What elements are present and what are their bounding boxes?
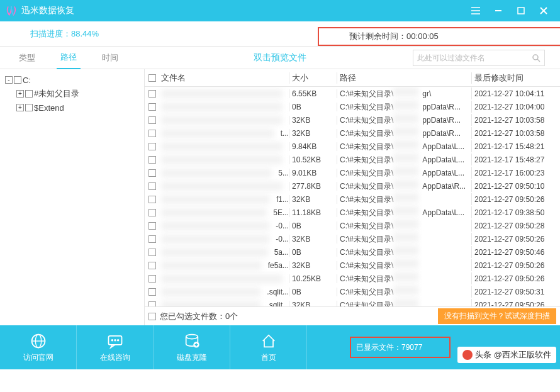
collapse-icon[interactable]: - xyxy=(5,76,13,84)
table-row[interactable]: .sqlit...0BC:\#未知父目录\2021-12-27 09:50:31 xyxy=(145,285,560,298)
table-row[interactable]: t...32KBC:\#未知父目录\ppData\R...2021-12-27 … xyxy=(145,126,560,140)
file-time: 2021-12-27 09:50:46 xyxy=(472,248,560,257)
tree-checkbox[interactable] xyxy=(25,104,33,111)
row-checkbox[interactable] xyxy=(148,288,156,296)
watermark-logo-icon xyxy=(462,350,473,360)
file-path: C:\#未知父目录\ppData\R... xyxy=(337,101,472,113)
table-row[interactable]: 277.8KBC:\#未知父目录\AppData\R...2021-12-27 … xyxy=(145,179,560,193)
row-checkbox[interactable] xyxy=(148,156,156,164)
row-checkbox[interactable] xyxy=(148,182,156,190)
tab-path[interactable]: 路径 xyxy=(57,47,81,69)
search-box[interactable] xyxy=(413,50,545,66)
file-time: 2021-12-27 09:50:26 xyxy=(472,301,560,307)
file-size: 32KB xyxy=(289,116,337,125)
row-checkbox[interactable] xyxy=(148,116,156,124)
row-checkbox[interactable] xyxy=(148,275,156,283)
filename-tail: -0... xyxy=(276,221,289,230)
filename-blurred xyxy=(161,248,268,257)
table-row[interactable]: 0BC:\#未知父目录\ppData\R...2021-12-27 10:04:… xyxy=(145,100,560,113)
deep-scan-button[interactable]: 没有扫描到文件？试试深度扫描 xyxy=(438,308,556,324)
table-row[interactable]: .sqlit...32KBC:\#未知父目录\2021-12-27 09:50:… xyxy=(145,298,560,306)
table-row[interactable]: 6.55KBC:\#未知父目录\gr\2021-12-27 10:04:11 xyxy=(145,87,560,100)
col-time[interactable]: 最后修改时间 xyxy=(472,72,560,84)
online-chat-button[interactable]: 在线咨询 xyxy=(77,325,154,369)
svg-point-17 xyxy=(114,339,115,340)
file-path: C:\#未知父目录\AppData\L... xyxy=(337,140,472,152)
filename-blurred xyxy=(161,129,274,138)
row-checkbox[interactable] xyxy=(148,169,156,177)
expand-icon[interactable]: + xyxy=(16,104,24,111)
tree-checkbox[interactable] xyxy=(14,76,21,84)
menu-icon[interactable] xyxy=(464,0,487,21)
row-checkbox[interactable] xyxy=(148,103,156,111)
minimize-button[interactable] xyxy=(487,0,510,21)
filename-blurred xyxy=(161,89,283,98)
table-row[interactable]: fe5a...32KBC:\#未知父目录\2021-12-27 09:50:26 xyxy=(145,259,560,272)
tree-child[interactable]: + $Extend xyxy=(5,101,139,115)
filename-blurred xyxy=(161,169,272,177)
home-button[interactable]: 首页 xyxy=(230,325,307,369)
table-row[interactable]: 9.84KBC:\#未知父目录\AppData\L...2021-12-17 1… xyxy=(145,140,560,153)
file-size: 32KB xyxy=(289,261,337,270)
table-row[interactable]: 5E...11.18KBC:\#未知父目录\AppData\L...2021-1… xyxy=(145,206,560,219)
row-checkbox[interactable] xyxy=(148,143,156,150)
row-checkbox[interactable] xyxy=(148,262,156,269)
tab-time[interactable]: 时间 xyxy=(98,47,122,69)
row-checkbox[interactable] xyxy=(148,209,156,216)
visit-site-button[interactable]: 访问官网 xyxy=(0,325,77,369)
maximize-button[interactable] xyxy=(510,0,532,21)
table-row[interactable]: 5a...0BC:\#未知父目录\2021-12-27 09:50:46 xyxy=(145,245,560,259)
selected-checkbox[interactable] xyxy=(148,313,156,320)
file-pane: 文件名 大小 路径 最后修改时间 6.55KBC:\#未知父目录\gr\2021… xyxy=(145,69,560,325)
filename-tail: -0... xyxy=(276,235,289,244)
file-path: C:\#未知父目录\ppData\R... xyxy=(337,114,472,126)
filename-blurred xyxy=(161,182,283,191)
tree-label: #未知父目录 xyxy=(34,88,79,99)
filename-blurred xyxy=(161,288,260,296)
file-time: 2021-12-27 09:50:10 xyxy=(472,182,560,191)
search-icon[interactable] xyxy=(532,53,540,62)
scan-progress: 扫描进度：88.44% xyxy=(0,28,99,40)
main-area: - C: + #未知父目录 + $Extend 文件名 大小 路径 最后修改时间… xyxy=(0,69,560,325)
disk-clone-button[interactable]: 磁盘克隆 xyxy=(154,325,230,369)
table-row[interactable]: 10.52KBC:\#未知父目录\AppData\L...2021-12-17 … xyxy=(145,153,560,166)
file-path: C:\#未知父目录\ xyxy=(337,193,472,205)
file-path: C:\#未知父目录\ppData\R... xyxy=(337,127,472,139)
table-row[interactable]: 5...9.01KBC:\#未知父目录\AppData\L...2021-12-… xyxy=(145,166,560,179)
app-title: 迅米数据恢复 xyxy=(21,5,464,16)
expand-icon[interactable]: + xyxy=(16,90,24,98)
file-size: 277.8KB xyxy=(289,182,337,191)
tab-type[interactable]: 类型 xyxy=(15,47,39,69)
col-path[interactable]: 路径 xyxy=(337,72,472,84)
row-checkbox[interactable] xyxy=(148,235,156,243)
row-checkbox[interactable] xyxy=(148,301,156,307)
row-checkbox[interactable] xyxy=(148,196,156,203)
row-checkbox[interactable] xyxy=(148,90,156,98)
row-checkbox[interactable] xyxy=(148,249,156,256)
file-size: 32KB xyxy=(289,129,337,138)
file-time: 2021-12-27 10:03:58 xyxy=(472,116,560,125)
close-button[interactable] xyxy=(532,0,555,21)
col-size[interactable]: 大小 xyxy=(289,72,337,84)
filename-tail: 5... xyxy=(278,169,289,177)
file-path: C:\#未知父目录\ xyxy=(337,286,472,298)
file-path: C:\#未知父目录\ xyxy=(337,272,472,284)
col-name[interactable]: 文件名 xyxy=(160,72,289,84)
file-path: C:\#未知父目录\AppData\R... xyxy=(337,180,472,192)
tree-root[interactable]: - C: xyxy=(5,73,139,87)
tree-child[interactable]: + #未知父目录 xyxy=(5,87,139,101)
table-row[interactable]: -0...0BC:\#未知父目录\2021-12-27 09:50:28 xyxy=(145,219,560,232)
app-logo-icon xyxy=(5,4,18,17)
search-input[interactable] xyxy=(417,53,532,62)
select-all-checkbox[interactable] xyxy=(148,74,156,82)
table-row[interactable]: f1...32KBC:\#未知父目录\2021-12-27 09:50:26 xyxy=(145,193,560,206)
row-checkbox[interactable] xyxy=(148,222,156,230)
table-row[interactable]: -0...32KBC:\#未知父目录\2021-12-27 09:50:26 xyxy=(145,232,560,245)
tree-checkbox[interactable] xyxy=(25,90,33,98)
row-checkbox[interactable] xyxy=(148,130,156,137)
file-path: C:\#未知父目录\AppData\L... xyxy=(337,154,472,165)
table-row[interactable]: 32KBC:\#未知父目录\ppData\R...2021-12-27 10:0… xyxy=(145,113,560,126)
filename-blurred xyxy=(161,208,267,217)
table-row[interactable]: 10.25KBC:\#未知父目录\2021-12-27 09:50:26 xyxy=(145,272,560,285)
filename-tail: 5E... xyxy=(273,208,289,217)
